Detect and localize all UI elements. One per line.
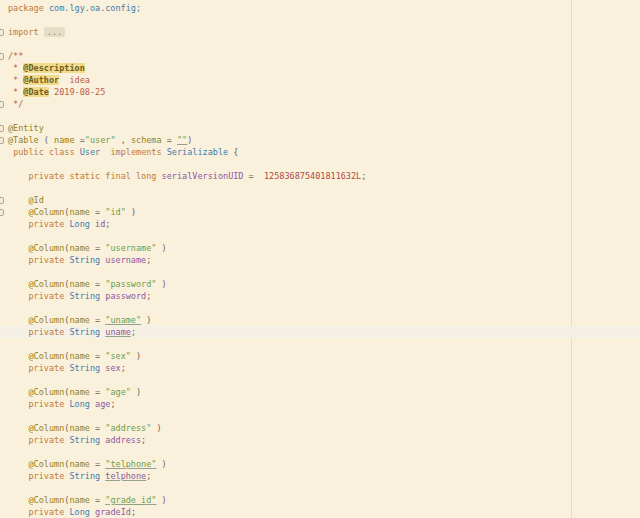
fold-marker-icon[interactable] bbox=[0, 209, 4, 216]
token-reference: com.lgy.oa.config; bbox=[49, 3, 141, 13]
editor-content[interactable]: package com.lgy.oa.config;import .../** … bbox=[0, 2, 640, 518]
code-line[interactable]: @Column(name = "id" ) bbox=[0, 206, 640, 218]
fold-marker-icon[interactable] bbox=[0, 29, 4, 36]
code-line[interactable]: private String password; bbox=[0, 290, 640, 302]
token-text bbox=[8, 279, 28, 289]
token-annotation: name bbox=[69, 495, 89, 505]
token-doc-comment: */ bbox=[8, 99, 23, 109]
code-line[interactable]: private static final long serialVersionU… bbox=[0, 170, 640, 182]
token-text bbox=[8, 243, 28, 253]
token-annotation: @Column bbox=[28, 459, 64, 469]
token-text: ; bbox=[110, 399, 115, 409]
code-line[interactable]: @Column(name = "address" ) bbox=[0, 422, 640, 434]
token-text: ) bbox=[156, 495, 166, 505]
code-line[interactable]: @Column(name = "password" ) bbox=[0, 278, 640, 290]
code-line[interactable] bbox=[0, 14, 640, 26]
token-text: , bbox=[116, 135, 131, 145]
code-line[interactable]: @Entity bbox=[0, 122, 640, 134]
token-annotation: @Column bbox=[28, 387, 64, 397]
token-text: ) bbox=[151, 423, 161, 433]
token-text: ) bbox=[156, 243, 166, 253]
token-keyword: private bbox=[28, 471, 64, 481]
code-line[interactable]: private Long gradeId; bbox=[0, 506, 640, 518]
code-line[interactable]: private Long age; bbox=[0, 398, 640, 410]
code-line[interactable]: @Column(name = "username" ) bbox=[0, 242, 640, 254]
token-annotation: @Id bbox=[28, 195, 43, 205]
token-text bbox=[8, 363, 28, 373]
code-line[interactable] bbox=[0, 38, 640, 50]
code-line[interactable]: * @Author idea bbox=[0, 74, 640, 86]
folded-imports-chip[interactable]: ... bbox=[44, 27, 65, 37]
token-text bbox=[8, 315, 28, 325]
code-line[interactable]: */ bbox=[0, 98, 640, 110]
token-doc-tag: @Description bbox=[23, 63, 84, 73]
code-line[interactable] bbox=[0, 302, 640, 314]
token-keyword: implements bbox=[110, 147, 161, 157]
code-line[interactable]: * @Date 2019-08-25 bbox=[0, 86, 640, 98]
token-string: "address" bbox=[105, 423, 151, 433]
code-line[interactable]: private Long id; bbox=[0, 218, 640, 230]
fold-marker-icon[interactable] bbox=[0, 53, 4, 60]
code-line[interactable]: @Table ( name ="user" , schema = "") bbox=[0, 134, 640, 146]
token-reference: Long bbox=[69, 507, 89, 517]
code-line[interactable] bbox=[0, 182, 640, 194]
fold-marker-icon[interactable] bbox=[0, 197, 4, 204]
code-line[interactable]: private String sex; bbox=[0, 362, 640, 374]
code-line[interactable] bbox=[0, 338, 640, 350]
token-text: ) bbox=[156, 279, 166, 289]
token-string: "id" bbox=[105, 207, 125, 217]
token-annotation: @Column bbox=[28, 279, 64, 289]
token-annotation: name bbox=[69, 243, 89, 253]
code-line[interactable]: @Column(name = "grade_id" ) bbox=[0, 494, 640, 506]
code-line[interactable] bbox=[0, 110, 640, 122]
token-annotation: @Column bbox=[28, 315, 64, 325]
token-text: { bbox=[228, 147, 238, 157]
code-line[interactable] bbox=[0, 410, 640, 422]
token-text: = bbox=[90, 315, 105, 325]
code-line[interactable]: package com.lgy.oa.config; bbox=[0, 2, 640, 14]
token-text bbox=[8, 507, 28, 517]
code-line[interactable]: public class User implements Serializabl… bbox=[0, 146, 640, 158]
token-reference: Serializable bbox=[167, 147, 228, 157]
code-line[interactable]: /** bbox=[0, 50, 640, 62]
code-line[interactable]: @Column(name = "telphone" ) bbox=[0, 458, 640, 470]
token-keyword: private bbox=[28, 363, 64, 373]
token-keyword: package bbox=[8, 3, 44, 13]
token-field: id bbox=[95, 219, 105, 229]
fold-marker-icon[interactable] bbox=[0, 101, 4, 108]
token-field: sex bbox=[105, 363, 120, 373]
token-text bbox=[8, 195, 28, 205]
token-text: = bbox=[90, 423, 105, 433]
token-text: = bbox=[75, 135, 85, 145]
token-text: ) bbox=[187, 135, 192, 145]
code-line[interactable] bbox=[0, 266, 640, 278]
code-line[interactable]: private String address; bbox=[0, 434, 640, 446]
code-line[interactable]: private String username; bbox=[0, 254, 640, 266]
code-editor[interactable]: package com.lgy.oa.config;import .../** … bbox=[0, 0, 640, 518]
fold-marker-icon[interactable] bbox=[0, 137, 4, 144]
token-annotation: @Table bbox=[8, 135, 39, 145]
code-line[interactable]: * @Description bbox=[0, 62, 640, 74]
code-line[interactable]: import ... bbox=[0, 26, 640, 38]
token-string: "age" bbox=[105, 387, 131, 397]
code-line[interactable]: @Column(name = "age" ) bbox=[0, 386, 640, 398]
token-text: = bbox=[90, 387, 105, 397]
code-line[interactable] bbox=[0, 230, 640, 242]
code-line[interactable]: @Column(name = "uname" ) bbox=[0, 314, 640, 326]
token-doc-comment: * bbox=[8, 75, 23, 85]
code-line[interactable] bbox=[0, 446, 640, 458]
code-line[interactable]: @Column(name = "sex" ) bbox=[0, 350, 640, 362]
token-text bbox=[8, 471, 28, 481]
code-line[interactable] bbox=[0, 482, 640, 494]
fold-marker-icon[interactable] bbox=[0, 125, 4, 132]
code-line[interactable] bbox=[0, 158, 640, 170]
token-field: age bbox=[95, 399, 110, 409]
token-text: ; bbox=[131, 327, 136, 337]
token-text bbox=[8, 171, 28, 181]
token-string: "password" bbox=[105, 279, 156, 289]
code-line[interactable]: @Id bbox=[0, 194, 640, 206]
caret-line[interactable]: private String uname; bbox=[0, 326, 640, 338]
token-keyword: import bbox=[8, 27, 39, 37]
code-line[interactable] bbox=[0, 374, 640, 386]
code-line[interactable]: private String telphone; bbox=[0, 470, 640, 482]
